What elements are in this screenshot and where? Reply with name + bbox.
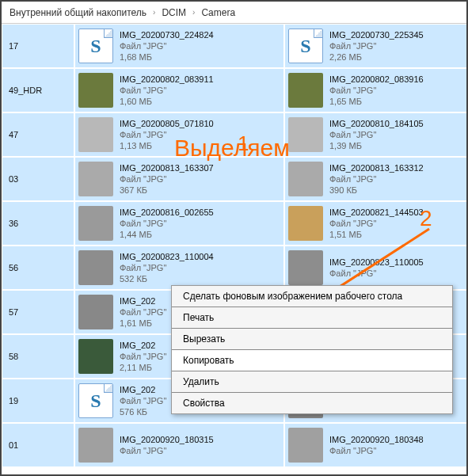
file-item[interactable]: IMG_20200823_110005Файл "JPG": [284, 246, 466, 290]
photo-thumbnail: [288, 428, 323, 463]
file-item[interactable]: IMG_20200802_083916Файл "JPG"1,65 МБ: [284, 68, 466, 112]
file-item[interactable]: 19: [2, 379, 74, 423]
file-label: 56: [6, 263, 18, 272]
file-name: IMG_202: [120, 340, 166, 351]
file-name: IMG_20200730_224824: [120, 29, 214, 40]
ctx-set-wallpaper[interactable]: Сделать фоновым изображением рабочего ст…: [172, 286, 452, 307]
file-item[interactable]: 03: [2, 157, 74, 201]
file-type: Файл "JPG": [120, 307, 166, 318]
file-name: IMG_20200816_002655: [120, 207, 214, 218]
file-size: 1,60 МБ: [120, 96, 214, 107]
file-item[interactable]: IMG_20200813_163312Файл "JPG"390 КБ: [284, 157, 466, 201]
file-size: 390 КБ: [329, 185, 424, 196]
file-item[interactable]: IMG_20200823_110004Файл "JPG"532 КБ: [74, 246, 284, 290]
file-type: Файл "JPG": [120, 395, 166, 406]
file-type: Файл "JPG": [329, 173, 424, 185]
breadcrumb-part[interactable]: Внутренний общий накопитель: [10, 7, 146, 18]
file-item[interactable]: 36: [2, 201, 74, 246]
file-name: IMG_20200813_163307: [120, 162, 214, 173]
file-label: 36: [6, 219, 18, 228]
ctx-print[interactable]: Печать: [172, 307, 452, 329]
breadcrumb-part[interactable]: DCIM: [162, 7, 186, 18]
file-item[interactable]: IMG_20200730_224824Файл "JPG"1,68 МБ: [74, 24, 284, 68]
context-menu: Сделать фоновым изображением рабочего ст…: [171, 285, 453, 414]
file-type: Файл "JPG": [329, 40, 424, 51]
file-name: IMG_20200802_083916: [329, 74, 424, 85]
file-item[interactable]: IMG_20200821_144503Файл "JPG"1,51 МБ: [284, 201, 466, 246]
file-label: 47: [6, 130, 18, 139]
ctx-copy[interactable]: Копировать: [172, 350, 452, 371]
file-item[interactable]: 57: [2, 290, 74, 334]
photo-thumbnail: [78, 162, 113, 196]
file-item[interactable]: 56: [2, 246, 74, 290]
file-label: 17: [6, 41, 18, 51]
photo-thumbnail: [78, 117, 113, 152]
file-type: Файл "JPG": [120, 85, 214, 96]
file-label: 19: [6, 396, 18, 406]
file-type: Файл "JPG": [120, 351, 166, 362]
file-item[interactable]: IMG_20200920_180315Файл "JPG": [74, 423, 284, 467]
file-icon: [78, 29, 113, 63]
file-size: 2,26 МБ: [329, 51, 424, 63]
file-size: 532 КБ: [120, 273, 214, 284]
file-size: 1,51 МБ: [329, 229, 424, 240]
photo-thumbnail: [78, 428, 113, 463]
breadcrumb[interactable]: Внутренний общий накопитель › DCIM › Cam…: [2, 2, 466, 24]
file-icon: [78, 383, 113, 418]
file-item[interactable]: 49_HDR: [2, 68, 74, 112]
file-name: IMG_20200920_180348: [329, 434, 424, 445]
chevron-right-icon: ›: [192, 8, 195, 17]
breadcrumb-part[interactable]: Camera: [201, 7, 235, 18]
file-name: IMG_202: [120, 384, 166, 395]
photo-thumbnail: [288, 206, 323, 241]
file-name: IMG_202: [120, 295, 166, 307]
file-type: Файл "JPG": [120, 262, 214, 273]
file-label: 58: [6, 352, 18, 361]
photo-thumbnail: [288, 117, 323, 152]
file-item[interactable]: IMG_20200730_225345Файл "JPG"2,26 МБ: [284, 24, 466, 68]
annotation-text-1: Выделяем: [174, 135, 290, 162]
file-item[interactable]: 58: [2, 334, 74, 379]
ctx-delete[interactable]: Удалить: [172, 371, 452, 393]
photo-thumbnail: [78, 295, 113, 329]
file-size: 1,68 МБ: [120, 51, 214, 63]
file-name: IMG_20200821_144503: [329, 207, 424, 218]
file-name: IMG_20200802_083911: [120, 74, 214, 85]
file-item[interactable]: IMG_20200816_002655Файл "JPG"1,44 МБ: [74, 201, 284, 246]
ctx-properties[interactable]: Свойства: [172, 393, 452, 413]
photo-thumbnail: [78, 250, 113, 285]
file-name: IMG_20200920_180315: [120, 434, 214, 445]
file-size: 1,61 МБ: [120, 318, 166, 329]
file-item[interactable]: IMG_20200813_163307Файл "JPG"367 КБ: [74, 157, 284, 201]
annotation-number-2: 2: [420, 206, 432, 231]
file-type: Файл "JPG": [329, 218, 424, 229]
file-size: 1,39 МБ: [329, 140, 424, 151]
file-type: Файл "JPG": [120, 40, 214, 51]
file-type: Файл "JPG": [329, 85, 424, 96]
file-label: 57: [6, 307, 18, 317]
file-item[interactable]: 47: [2, 112, 74, 157]
ctx-cut[interactable]: Вырезать: [172, 329, 452, 350]
file-label: 01: [6, 440, 18, 450]
file-item[interactable]: IMG_20200802_083911Файл "JPG"1,60 МБ: [74, 68, 284, 112]
file-item[interactable]: 17: [2, 24, 74, 68]
file-size: 576 КБ: [120, 406, 166, 417]
file-size: 1,65 МБ: [329, 96, 424, 107]
file-item[interactable]: IMG_20200920_180348Файл "JPG": [284, 423, 466, 467]
file-item[interactable]: IMG_20200810_184105Файл "JPG"1,39 МБ: [284, 112, 466, 157]
file-label: 03: [6, 174, 18, 184]
file-type: Файл "JPG": [329, 445, 424, 456]
file-size: 367 КБ: [120, 185, 214, 196]
file-item[interactable]: 01: [2, 423, 74, 467]
photo-thumbnail: [288, 250, 323, 285]
file-name: IMG_20200805_071810: [120, 118, 214, 129]
file-label: 49_HDR: [6, 86, 42, 95]
file-size: 2,11 МБ: [120, 362, 166, 373]
file-size: 1,44 МБ: [120, 229, 214, 240]
file-type: Файл "JPG": [120, 445, 214, 456]
file-icon: [288, 29, 323, 63]
photo-thumbnail: [78, 73, 113, 108]
file-type: Файл "JPG": [120, 173, 214, 185]
file-name: IMG_20200730_225345: [329, 29, 424, 40]
file-name: IMG_20200823_110005: [329, 257, 424, 268]
